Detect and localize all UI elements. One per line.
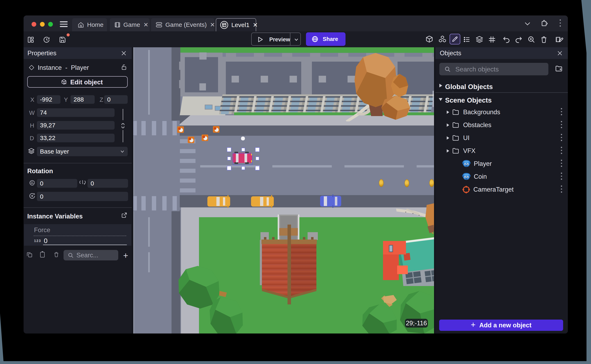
svg-text:3D: 3D [64,83,66,84]
